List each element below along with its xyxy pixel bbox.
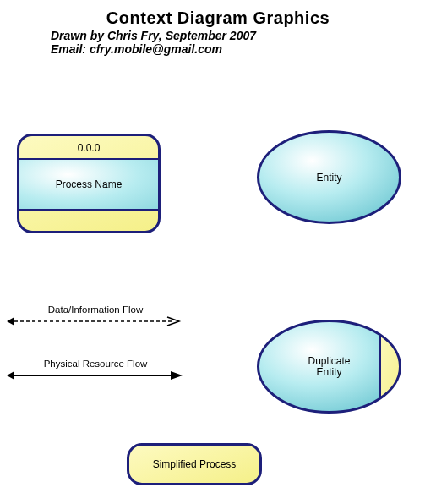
process-name: Process Name bbox=[19, 160, 158, 211]
process-shape: 0.0.0 Process Name bbox=[17, 134, 161, 233]
duplicate-entity-label-2: Entity bbox=[316, 366, 341, 378]
entity-label: Entity bbox=[316, 172, 341, 184]
entity-shape: Entity bbox=[255, 129, 403, 226]
physical-flow-label: Physical Resource Flow bbox=[7, 359, 184, 369]
svg-marker-3 bbox=[7, 371, 14, 380]
page-subtitle: Drawn by Chris Fry, September 2007 Email… bbox=[51, 29, 256, 56]
svg-marker-1 bbox=[7, 317, 14, 326]
simplified-process-shape: Simplified Process bbox=[127, 443, 262, 485]
duplicate-entity-shape: Duplicate Entity bbox=[255, 318, 403, 415]
data-flow-label: Data/Information Flow bbox=[7, 304, 184, 315]
physical-flow: Physical Resource Flow bbox=[7, 359, 184, 381]
data-flow: Data/Information Flow bbox=[7, 304, 184, 327]
data-flow-arrow bbox=[7, 315, 184, 327]
subtitle-line-1: Drawn by Chris Fry, September 2007 bbox=[51, 29, 256, 42]
svg-marker-5 bbox=[171, 371, 183, 380]
page-title: Context Diagram Graphics bbox=[0, 8, 436, 28]
subtitle-line-2: Email: cfry.mobile@gmail.com bbox=[51, 42, 222, 56]
duplicate-entity-label: Duplicate Entity bbox=[308, 355, 350, 377]
duplicate-entity-label-1: Duplicate bbox=[308, 354, 350, 366]
physical-flow-arrow bbox=[7, 370, 184, 381]
process-number: 0.0.0 bbox=[19, 136, 158, 160]
simplified-process-label: Simplified Process bbox=[153, 458, 237, 470]
